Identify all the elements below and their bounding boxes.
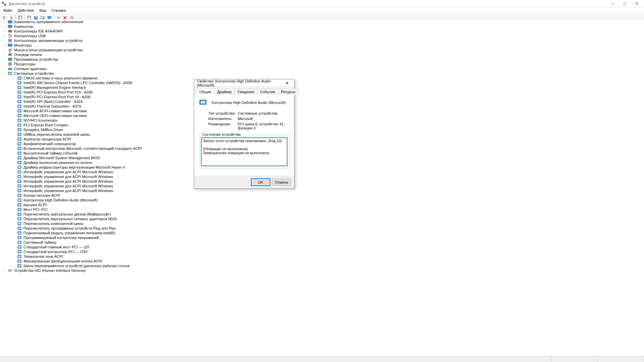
device-label: Интерфейс управления для ACPI Microsoft … [23, 189, 113, 193]
status-group-label: Состояние устройства [201, 132, 242, 136]
tree-device[interactable]: ›Intel(R) Management Engine Interface [12, 85, 644, 90]
tree-device[interactable]: ›Интерфейс управления для ACPI Microsoft… [12, 170, 644, 174]
menu-view[interactable]: Вид [37, 8, 49, 13]
tree-device[interactable]: ›Интерфейс управления для ACPI Microsoft… [12, 188, 644, 193]
maximize-button[interactable]: ▢ [619, 0, 631, 7]
expand-icon[interactable]: › [3, 67, 7, 71]
tree-category[interactable]: ›Компьютер [3, 24, 644, 29]
tab-resources[interactable]: Ресурсы [278, 88, 299, 95]
tree-device[interactable]: ›Программируемый контроллер прерываний [12, 235, 644, 240]
device-icon [17, 151, 22, 156]
tree-device[interactable]: ›Драйвер вынесения решения по оплате [12, 160, 644, 165]
tree-device[interactable]: ›Intel(R) PCI Express Root Port #15 - A3… [12, 90, 644, 95]
expand-icon[interactable]: ⌄ [3, 71, 7, 75]
tree-device[interactable]: ›Мост PCI–PCI [12, 207, 644, 212]
device-icon [17, 123, 22, 127]
tree-device[interactable]: ›Крышка ACPI [12, 202, 644, 207]
tree-category[interactable]: ›Устройства HID (Human Interface Devices… [3, 268, 644, 273]
tree-device[interactable]: ›Шина перенаправителя устройств удаленны… [12, 263, 644, 268]
tree-device[interactable]: ›PCI Express Root Complex [12, 123, 644, 127]
device-label: Мост PCI–PCI [23, 207, 48, 212]
tree-device[interactable]: ›Стандартный главный мост PCI — ЦП [12, 245, 644, 249]
tree-category[interactable]: ›Сетевые адаптеры [3, 66, 644, 71]
expand-icon[interactable]: › [3, 24, 7, 28]
svg-rect-43 [18, 101, 20, 102]
tree-device[interactable]: ›NVVHCI Enumerator [12, 118, 644, 123]
tree-device[interactable]: ›Интерфейс управления для ACPI Microsoft… [12, 179, 644, 184]
tree-device[interactable]: ›Подключаемый модуль управления питанием… [12, 231, 644, 235]
tree-category[interactable]: ›Контроллеры USB [3, 34, 644, 38]
ok-button[interactable]: OK [251, 179, 270, 186]
tree-device[interactable]: ›CMOS системы и часы реального времени [12, 76, 644, 80]
tree-device[interactable]: ›Intel(R) 300 Series Chipset Family LPC … [12, 80, 644, 85]
tree-device[interactable]: ›Microsoft UEFI-совместимая система [12, 113, 644, 118]
tree-category[interactable]: ›Мыши и иные указывающие устройства [3, 48, 644, 52]
tree-category[interactable]: ›Очереди печати [3, 52, 644, 57]
tree-device[interactable]: ›Высокоточный таймер событий [12, 151, 644, 156]
tree-category[interactable]: ›Мониторы [3, 43, 644, 48]
device-icon [17, 188, 22, 193]
device-label: Интерфейс управления для ACPI Microsoft … [23, 179, 113, 183]
tree-device[interactable]: ›UMBus перечислитель корневой шины [12, 132, 644, 137]
expand-icon[interactable]: › [3, 43, 7, 47]
tree-device[interactable]: ›Интерфейс управления для ACPI Microsoft… [12, 174, 644, 179]
menu-file[interactable]: Файл [1, 8, 15, 13]
tree-device[interactable]: ›Агрегатор процессора ACPI [12, 137, 644, 141]
device-status-text[interactable] [201, 138, 287, 166]
tab-details[interactable]: Сведения [234, 88, 257, 95]
expand-icon[interactable]: › [3, 57, 7, 61]
tab-general[interactable]: Общие [196, 88, 214, 95]
minimize-button[interactable]: — [606, 0, 619, 7]
expand-icon[interactable]: › [3, 53, 7, 57]
tree-category[interactable]: ⌄Системные устройства [3, 71, 644, 76]
tree-category[interactable]: ›Компоненты программного обеспечения [3, 19, 644, 24]
tree-device[interactable]: ›Intel(R) SPI (flash) Controller - A324 [12, 99, 644, 104]
tree-device[interactable]: ›Synaptics SMBus Driver [12, 127, 644, 132]
tree-device[interactable]: ›Термальная зона ACPI [12, 254, 644, 259]
svg-rect-33 [18, 77, 20, 79]
tree-category[interactable]: ›Контроллеры запоминающих устройств [3, 38, 644, 43]
tree-device[interactable]: ›Арифметический сопроцессор [12, 141, 644, 146]
tree-device[interactable]: ›Intel(R) Thermal Subsystem - A379 [12, 104, 644, 109]
tree-device[interactable]: ›Драйвер инфраструктуры виртуализации Mi… [12, 165, 644, 170]
tree-device[interactable]: ›Встроенный контроллер Microsoft, соотве… [12, 146, 644, 151]
tree-device[interactable]: ›Перечислитель виртуальных дисков (Майкр… [12, 212, 644, 217]
tree-device[interactable]: ›Контроллер High Definition Audio (Micro… [12, 198, 644, 202]
svg-rect-111 [18, 260, 20, 262]
tree-device[interactable]: ›Интерфейс управления для ACPI Microsoft… [12, 184, 644, 188]
expand-icon[interactable]: › [3, 62, 7, 66]
expand-icon[interactable]: › [3, 268, 7, 273]
tree-device[interactable]: ›Intel(R) PCI Express Root Port #9 - A33… [12, 95, 644, 99]
expand-icon[interactable]: › [3, 48, 7, 52]
svg-rect-10 [48, 16, 51, 18]
tree-device[interactable]: ›Кнопка питания ACPI [12, 193, 644, 198]
tree-device[interactable]: ›Перечислитель композитной шины [12, 221, 644, 226]
expand-icon[interactable]: › [3, 39, 7, 43]
tree-device[interactable]: ›Системный таймер [12, 240, 644, 245]
device-icon [17, 90, 22, 95]
expand-icon[interactable]: › [3, 20, 7, 24]
expand-icon[interactable]: › [3, 34, 7, 38]
tree-device[interactable]: ›Драйвер Microsoft System Management BIO… [12, 156, 644, 160]
menu-help[interactable]: Справка [49, 8, 68, 13]
tree-category[interactable]: ›Процессоры [3, 62, 644, 66]
device-tree[interactable]: ›Компоненты программного обеспечения›Ком… [0, 19, 644, 356]
svg-rect-4 [28, 16, 31, 19]
dialog-close-button[interactable]: ✕ [283, 80, 291, 86]
menu-action[interactable]: Действие [15, 8, 37, 13]
tree-device[interactable]: ›Microsoft ACPI-совместимая система [12, 109, 644, 113]
tree-device[interactable]: ›Перечислитель программных устройств Plu… [12, 226, 644, 231]
tab-driver[interactable]: Драйвер [214, 88, 235, 95]
tree-device[interactable]: ›Стандартный контроллер PCI — ОЗУ [12, 249, 644, 254]
tree-category[interactable]: ›Контроллеры IDE ATA/ATAPI [3, 29, 644, 34]
device-label: Интерфейс управления для ACPI Microsoft … [23, 170, 113, 174]
tree-category[interactable]: ›Программные устройства [3, 57, 644, 62]
expand-icon[interactable]: › [3, 29, 7, 33]
close-button[interactable]: ✕ [631, 0, 643, 7]
tree-device[interactable]: ›Фиксированная функциональная кнопка ACP… [12, 259, 644, 263]
tab-events[interactable]: События [257, 88, 278, 95]
tree-device[interactable]: ›Перечислитель виртуальных сетевых адапт… [12, 217, 644, 221]
dialog-title-bar[interactable]: Свойства: Контроллер High Definition Aud… [194, 79, 294, 87]
device-label: UMBus перечислитель корневой шины [23, 132, 90, 136]
cancel-button[interactable]: Отмена [272, 179, 291, 186]
